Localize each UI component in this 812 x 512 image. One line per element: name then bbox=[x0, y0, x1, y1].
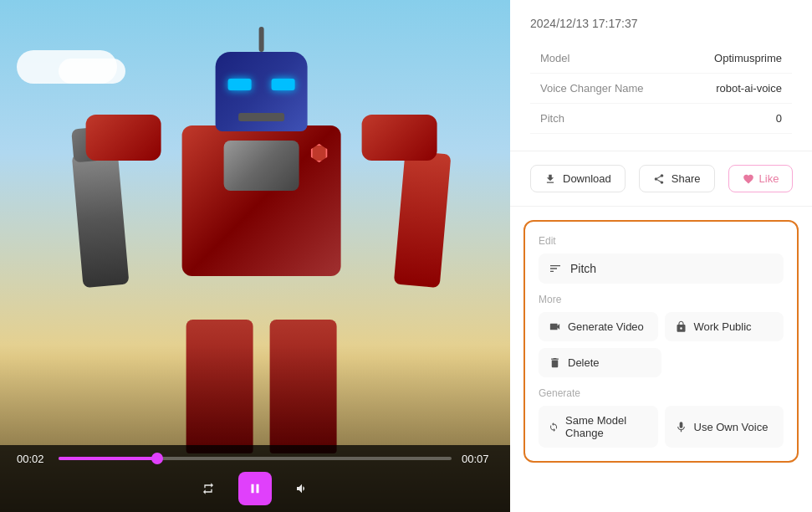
info-table: Model Optimusprime Voice Changer Name ro… bbox=[530, 44, 792, 134]
lock-icon bbox=[675, 320, 687, 333]
right-panel: 2024/12/13 17:17:37 Model Optimusprime V… bbox=[510, 0, 812, 512]
current-time: 00:02 bbox=[17, 453, 49, 465]
robot-eye-left bbox=[228, 79, 252, 90]
download-button[interactable]: Download bbox=[530, 165, 626, 192]
use-own-voice-label: Use Own Voice bbox=[694, 421, 769, 433]
model-change-icon bbox=[549, 421, 559, 433]
info-row-value: Optimusprime bbox=[674, 44, 792, 74]
video-icon bbox=[549, 320, 561, 333]
pitch-icon bbox=[549, 262, 562, 275]
generate-grid: Same Model Change Use Own Voice bbox=[539, 406, 784, 448]
pause-button[interactable] bbox=[238, 472, 272, 505]
work-public-item[interactable]: Work Public bbox=[665, 312, 784, 341]
more-grid: Generate Video Work Public bbox=[539, 312, 784, 341]
video-thumbnail bbox=[0, 0, 510, 512]
microphone-icon bbox=[675, 421, 687, 433]
progress-track[interactable] bbox=[59, 457, 452, 460]
robot-head bbox=[216, 52, 308, 131]
info-row-label: Pitch bbox=[530, 104, 674, 134]
more-label: More bbox=[539, 294, 784, 305]
robot-shoulder-left bbox=[86, 115, 161, 161]
progress-row: 00:02 00:07 bbox=[17, 453, 493, 465]
pause-icon bbox=[248, 481, 263, 496]
generate-label: Generate bbox=[539, 387, 784, 399]
generate-subsection: Generate Same Model Change Use Own Voice bbox=[539, 387, 784, 448]
robot-eye-right bbox=[272, 79, 295, 90]
like-label: Like bbox=[759, 172, 779, 185]
controls-bar: 00:02 00:07 bbox=[0, 445, 510, 512]
progress-fill bbox=[59, 457, 157, 460]
robot-mouth bbox=[238, 113, 284, 121]
edit-label: Edit bbox=[539, 235, 784, 247]
edit-subsection: Edit Pitch bbox=[539, 235, 784, 284]
actions-row: Download Share Like bbox=[510, 151, 812, 207]
generate-video-label: Generate Video bbox=[568, 320, 644, 333]
generate-video-item[interactable]: Generate Video bbox=[539, 312, 658, 341]
delete-label: Delete bbox=[568, 356, 600, 369]
pitch-item[interactable]: Pitch bbox=[539, 253, 784, 284]
buttons-row bbox=[17, 472, 493, 505]
edit-more-generate-section: Edit Pitch More Generate Video bbox=[523, 220, 799, 463]
robot-chest-detail bbox=[224, 141, 299, 191]
timestamp: 2024/12/13 17:17:37 bbox=[530, 17, 792, 30]
info-row: Pitch 0 bbox=[530, 104, 792, 134]
volume-icon bbox=[295, 482, 309, 495]
download-label: Download bbox=[563, 172, 611, 185]
download-icon bbox=[544, 173, 556, 185]
same-model-change-item[interactable]: Same Model Change bbox=[539, 406, 658, 448]
use-own-voice-item[interactable]: Use Own Voice bbox=[665, 406, 784, 448]
share-button[interactable]: Share bbox=[639, 165, 715, 192]
robot-shoulder-right bbox=[362, 115, 437, 161]
info-row-label: Model bbox=[530, 44, 674, 74]
share-label: Share bbox=[672, 172, 701, 185]
info-row-value: robot-ai-voice bbox=[674, 74, 792, 104]
autobot-logo bbox=[311, 144, 328, 162]
pitch-label: Pitch bbox=[570, 262, 596, 275]
delete-icon bbox=[549, 356, 561, 369]
heart-icon bbox=[743, 173, 754, 185]
share-icon bbox=[653, 173, 665, 185]
progress-thumb bbox=[151, 453, 163, 464]
info-row-label: Voice Changer Name bbox=[530, 74, 674, 104]
like-button[interactable]: Like bbox=[728, 165, 794, 192]
more-subsection: More Generate Video Work Public bbox=[539, 294, 784, 377]
volume-button[interactable] bbox=[292, 479, 312, 499]
video-panel: 00:02 00:07 bbox=[0, 0, 510, 512]
work-public-label: Work Public bbox=[694, 320, 752, 333]
repeat-icon bbox=[202, 482, 215, 495]
robot-antenna bbox=[259, 27, 264, 52]
info-row: Voice Changer Name robot-ai-voice bbox=[530, 74, 792, 104]
robot-torso bbox=[182, 125, 341, 276]
info-row-value: 0 bbox=[674, 104, 792, 134]
same-model-change-label: Same Model Change bbox=[565, 414, 647, 439]
total-time: 00:07 bbox=[462, 453, 493, 465]
info-section: 2024/12/13 17:17:37 Model Optimusprime V… bbox=[510, 0, 812, 151]
delete-item[interactable]: Delete bbox=[539, 348, 661, 377]
repeat-button[interactable] bbox=[198, 479, 218, 499]
info-row: Model Optimusprime bbox=[530, 44, 792, 74]
